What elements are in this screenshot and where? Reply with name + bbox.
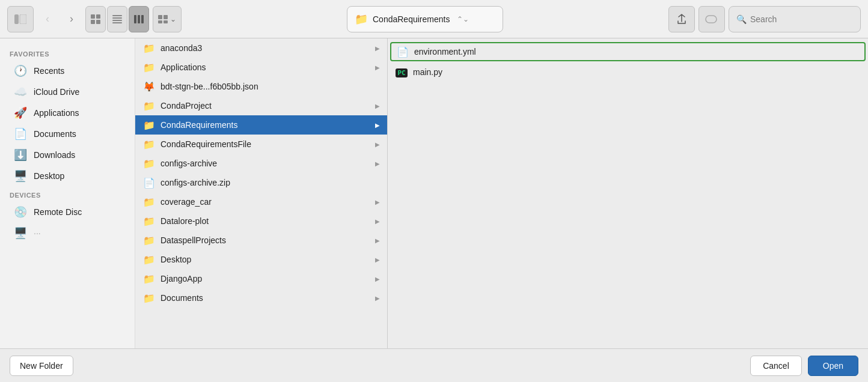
file-name: configs-archive [160,159,370,168]
svg-rect-16 [164,20,168,23]
file-name: anaconda3 [160,43,370,53]
list-item[interactable]: 📁 Applications ▶ [135,58,387,77]
arrow-icon: ▶ [375,218,380,225]
svg-rect-9 [112,22,122,23]
sidebar-item-desktop-label: Desktop [34,171,64,181]
svg-rect-12 [141,15,144,23]
share-button[interactable] [668,6,695,32]
applications-folder-icon: 📁 [142,62,156,73]
location-bar[interactable]: 📁 CondaRequirements ⌃⌄ [347,6,503,32]
list-item[interactable]: 🦊 bdt-stgn-be...f6b05bb.json [135,77,387,96]
list-item[interactable]: 📁 CondaProject ▶ [135,96,387,115]
folder-icon: 📁 [142,120,156,131]
main-area: Favorites 🕐 Recents ☁️ iCloud Drive 🚀 Ap… [0,38,868,348]
list-item[interactable]: 📁 DataspellProjects ▶ [135,231,387,250]
arrow-icon: ▶ [375,295,380,302]
list-item[interactable]: 📁 Datalore-plot ▶ [135,211,387,231]
view-toggle-group [85,6,149,32]
list-item[interactable]: 📁 anaconda3 ▶ [135,38,387,58]
svg-rect-3 [96,14,100,19]
file-name: Applications [160,62,370,72]
arrow-icon: ▶ [375,64,380,71]
list-item[interactable]: 📁 DjangoApp ▶ [135,269,387,288]
open-button[interactable]: Open [808,356,858,376]
file-name: main.py [413,67,442,77]
svg-rect-8 [112,20,122,21]
arrow-icon: ▶ [375,276,380,282]
list-item[interactable]: 📄 environment.yml [390,42,866,61]
new-folder-button[interactable]: New Folder [10,356,73,376]
file-browser: 📁 anaconda3 ▶ 📁 Applications ▶ 🦊 bdt-stg… [135,38,868,348]
file-name: DjangoApp [160,274,370,283]
sidebar-item-secondary-device[interactable]: 🖥️ ··· [4,223,131,243]
list-item[interactable]: PC main.py [388,62,868,82]
downloads-icon: ⬇️ [13,148,28,162]
sidebar-item-icloud[interactable]: ☁️ iCloud Drive [4,82,131,102]
bottom-bar: New Folder Cancel Open [0,348,868,382]
sidebar-item-recents-label: Recents [34,66,64,76]
applications-icon: 🚀 [13,106,28,120]
cancel-button[interactable]: Cancel [750,356,802,376]
list-item[interactable]: 📁 configs-archive ▶ [135,154,387,173]
file-name: configs-archive.zip [160,178,380,187]
svg-rect-13 [158,15,162,19]
list-view-button[interactable] [107,6,127,32]
search-icon: 🔍 [736,14,747,24]
sidebar-item-documents[interactable]: 📄 Documents [4,124,131,144]
right-panel: 📄 environment.yml PC main.py [388,38,868,348]
secondary-device-icon: 🖥️ [13,226,28,240]
sidebar-item-downloads[interactable]: ⬇️ Downloads [4,145,131,165]
svg-rect-15 [158,20,162,23]
arrow-icon: ▶ [375,160,380,167]
svg-rect-0 [14,14,19,24]
list-item[interactable]: 📄 configs-archive.zip [135,173,387,192]
sidebar-item-recents[interactable]: 🕐 Recents [4,61,131,81]
file-name: CondaRequirementsFile [160,139,370,149]
tags-button[interactable] [698,6,725,32]
svg-rect-7 [112,17,122,19]
folder-icon: 📁 [142,293,156,304]
list-item[interactable]: 📁 CondaRequirements ▶ [135,115,387,135]
sidebar-item-desktop[interactable]: 🖥️ Desktop [4,166,131,186]
sidebar-item-downloads-label: Downloads [34,150,75,160]
location-folder-icon: 📁 [355,13,368,26]
file-name: Datalore-plot [160,216,370,226]
folder-icon: 📁 [142,254,156,265]
file-name: coverage_car [160,197,370,207]
list-item[interactable]: 📁 Documents ▶ [135,288,387,308]
svg-rect-14 [164,15,168,19]
remote-disc-icon: 💿 [13,205,28,219]
location-chevron-icon: ⌃⌄ [457,15,469,23]
folder-icon: 📁 [142,100,156,112]
sidebar-item-documents-label: Documents [34,129,76,139]
folder-icon: 📁 [142,139,156,150]
svg-rect-17 [706,16,717,23]
gallery-view-dropdown[interactable]: ⌄ [153,6,182,32]
arrow-icon: ▶ [375,45,380,52]
arrow-icon: ▶ [375,237,380,244]
svg-rect-4 [91,20,95,24]
icon-view-button[interactable] [85,6,106,32]
search-box[interactable]: 🔍 [729,6,861,32]
list-item[interactable]: 📁 CondaRequirementsFile ▶ [135,135,387,154]
devices-section-label: Devices [0,187,135,201]
forward-button[interactable]: › [61,6,82,32]
arrow-icon: ▶ [375,141,380,148]
favorites-section-label: Favorites [0,46,135,60]
search-input[interactable] [750,14,846,24]
column-view-button[interactable] [129,6,149,32]
svg-rect-1 [20,14,26,24]
arrow-icon: ▶ [375,256,380,263]
middle-panel: 📁 anaconda3 ▶ 📁 Applications ▶ 🦊 bdt-stg… [135,38,388,348]
sidebar-toggle-button[interactable] [7,6,34,32]
list-item[interactable]: 📁 coverage_car ▶ [135,192,387,211]
back-button[interactable]: ‹ [37,6,58,32]
file-name: CondaRequirements [160,120,370,130]
sidebar-item-secondary-label: ··· [34,228,41,238]
folder-icon: 📁 [142,273,156,285]
location-name: CondaRequirements [373,14,450,24]
list-item[interactable]: 📁 Desktop ▶ [135,250,387,269]
sidebar-item-remote-disc[interactable]: 💿 Remote Disc [4,202,131,222]
sidebar-item-applications[interactable]: 🚀 Applications [4,103,131,123]
file-name: DataspellProjects [160,235,370,245]
